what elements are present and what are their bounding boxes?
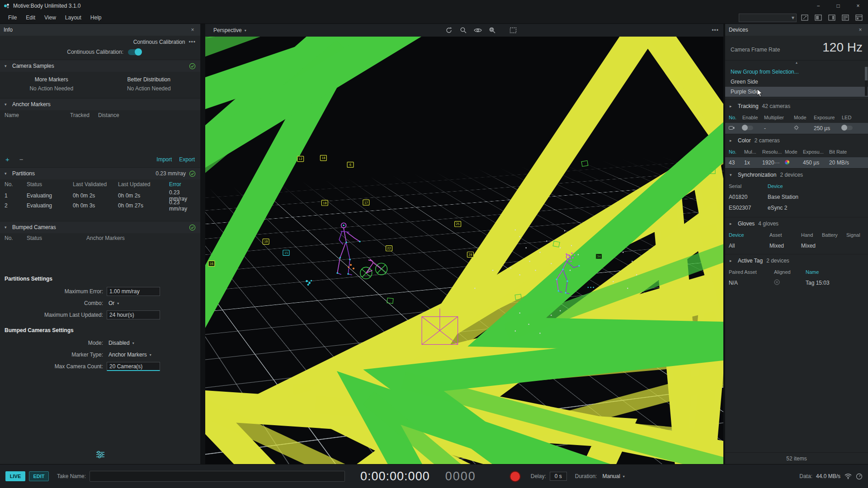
viewport-canvas[interactable]: 12 18 6 10 17 10 16 15 22 28 25 34: [205, 37, 723, 464]
table-row[interactable]: - 250 µs: [725, 123, 868, 134]
edit-layout-icon[interactable]: [799, 13, 810, 22]
col-multiplier[interactable]: Mul...: [744, 149, 762, 155]
remove-anchor-button[interactable]: −: [19, 157, 24, 162]
maximum-last-updated-input[interactable]: [107, 310, 160, 319]
assets-pane-icon[interactable]: [840, 13, 851, 22]
col-no[interactable]: No.: [5, 235, 27, 241]
skeleton-cyclist[interactable]: [336, 223, 387, 279]
section-color[interactable]: ▸ Color 2 cameras: [725, 134, 868, 146]
col-bit-rate[interactable]: Bit Rate: [829, 149, 864, 155]
menu-help[interactable]: Help: [86, 13, 106, 23]
record-button[interactable]: [509, 471, 521, 482]
table-row[interactable]: A01820 Base Station: [725, 192, 868, 202]
col-mode[interactable]: Mode: [785, 149, 803, 155]
col-name[interactable]: Name: [806, 269, 864, 275]
layout-select-dropdown[interactable]: ▾: [739, 14, 797, 22]
col-aligned[interactable]: Aligned: [774, 269, 806, 275]
enable-toggle[interactable]: [742, 126, 753, 130]
edit-mode-button[interactable]: EDIT: [29, 471, 49, 481]
section-gloves[interactable]: ▸ Gloves 4 gloves: [725, 217, 868, 230]
col-hand[interactable]: Hand: [801, 232, 822, 238]
anchor-markers-empty[interactable]: [0, 120, 200, 154]
table-row[interactable]: 1 Evaluating 0h 0m 2s 0h 0m 2s 0.23 mm/r…: [0, 189, 200, 199]
groups-scrollbar[interactable]: [865, 67, 868, 96]
col-exposure[interactable]: Exposu...: [803, 149, 829, 155]
col-anchor-markers[interactable]: Anchor Markers: [86, 235, 196, 241]
col-device[interactable]: Device: [729, 232, 769, 238]
col-mode[interactable]: Mode: [794, 115, 814, 120]
section-synchronization[interactable]: ▾ Synchronization 2 devices: [725, 168, 868, 181]
orbit-icon[interactable]: [444, 26, 454, 35]
group-purple-side[interactable]: Purple Side: [725, 87, 868, 97]
group-green-side[interactable]: Green Side: [725, 77, 868, 87]
col-battery[interactable]: Battery: [822, 232, 846, 238]
section-camera-samples[interactable]: ▾ Camera Samples: [0, 60, 200, 72]
section-tracking[interactable]: ▸ Tracking 42 cameras: [725, 99, 868, 112]
camera-frame-rate-value[interactable]: 120 Hz: [822, 40, 863, 55]
section-active-tag[interactable]: ▸ Active Tag 2 devices: [725, 254, 868, 267]
table-row[interactable]: All Mixed Mixed: [725, 240, 868, 251]
close-icon[interactable]: ×: [856, 27, 864, 33]
combo-select[interactable]: Or ▾: [107, 299, 129, 308]
col-multiplier[interactable]: Multiplier: [764, 115, 794, 120]
duration-select[interactable]: Manual ▾: [600, 473, 626, 479]
filter-settings-icon[interactable]: [96, 450, 105, 459]
menu-file[interactable]: File: [4, 13, 21, 23]
add-anchor-button[interactable]: +: [5, 157, 9, 162]
maximize-button[interactable]: □: [828, 0, 848, 12]
continuous-calibration-toggle[interactable]: [128, 49, 142, 55]
col-last-validated[interactable]: Last Validated: [73, 181, 118, 188]
devices-pane-icon[interactable]: [826, 13, 837, 22]
delay-input[interactable]: 0 s: [550, 472, 567, 481]
wifi-icon[interactable]: [844, 473, 852, 479]
col-status[interactable]: Status: [27, 181, 73, 188]
network-status-icon[interactable]: [856, 473, 863, 480]
marquee-select-icon[interactable]: [508, 26, 518, 35]
col-asset[interactable]: Asset: [769, 232, 801, 238]
col-enable[interactable]: Enable: [742, 115, 764, 120]
close-button[interactable]: ×: [848, 0, 868, 12]
col-signal[interactable]: Signal: [846, 232, 864, 238]
table-row[interactable]: 2 Evaluating 0h 0m 3s 0h 0m 27s 0.23 mm/…: [0, 199, 200, 209]
export-link[interactable]: Export: [179, 156, 195, 163]
col-no[interactable]: No.: [729, 149, 744, 155]
section-bumped-cameras[interactable]: ▾ Bumped Cameras: [0, 221, 200, 233]
max-camera-count-input[interactable]: [107, 362, 160, 371]
col-error[interactable]: Error: [169, 181, 196, 188]
collapse-chevron-icon[interactable]: ▴: [796, 61, 797, 67]
close-icon[interactable]: ×: [189, 27, 197, 33]
col-name[interactable]: Name: [5, 112, 70, 118]
col-exposure[interactable]: Exposure: [814, 115, 842, 120]
visibility-eye-icon[interactable]: [473, 26, 483, 35]
viewport-more-button[interactable]: •••: [712, 27, 719, 33]
maximum-error-input[interactable]: [107, 287, 160, 296]
bumped-cameras-empty[interactable]: [0, 243, 200, 269]
view-mode-dropdown[interactable]: Perspective ▾: [210, 26, 250, 35]
section-partitions[interactable]: ▾ Partitions 0.23 mm/ray: [0, 167, 200, 179]
import-link[interactable]: Import: [156, 156, 172, 163]
new-group-item[interactable]: New Group from Selection...: [725, 67, 868, 77]
live-mode-button[interactable]: LIVE: [5, 471, 25, 481]
col-resolution[interactable]: Resolu...: [762, 149, 785, 155]
col-no[interactable]: No.: [729, 115, 742, 120]
menu-layout[interactable]: Layout: [61, 13, 86, 23]
col-serial[interactable]: Serial: [729, 183, 768, 189]
led-toggle[interactable]: [842, 126, 853, 130]
col-status[interactable]: Status: [27, 235, 86, 241]
table-row[interactable]: 43 1x 1920··· 450 µs 20 MB/s: [725, 157, 868, 168]
menu-edit[interactable]: Edit: [21, 13, 40, 23]
minimize-button[interactable]: −: [808, 0, 828, 12]
col-paired-asset[interactable]: Paired Asset: [729, 269, 774, 275]
col-distance[interactable]: Distance: [98, 112, 196, 118]
col-led[interactable]: LED: [842, 115, 864, 120]
col-last-updated[interactable]: Last Updated: [118, 181, 169, 188]
menu-view[interactable]: View: [40, 13, 61, 23]
mode-select[interactable]: Disabled ▾: [107, 338, 136, 347]
properties-pane-icon[interactable]: [854, 13, 864, 22]
context-menu-button[interactable]: •••: [189, 39, 196, 45]
zoom-icon[interactable]: [458, 26, 468, 35]
zoom-select-icon[interactable]: [487, 26, 497, 35]
marker-type-select[interactable]: Anchor Markers ▾: [107, 350, 153, 359]
col-tracked[interactable]: Tracked: [70, 112, 98, 118]
col-device[interactable]: Device: [768, 183, 864, 189]
